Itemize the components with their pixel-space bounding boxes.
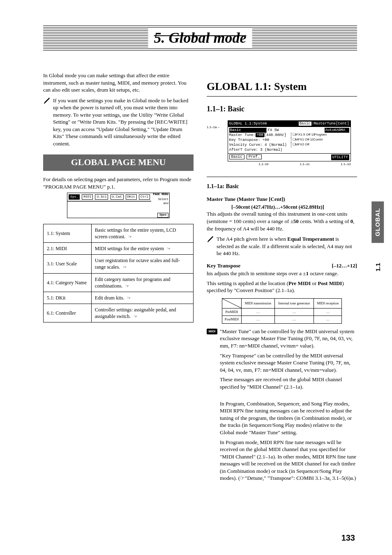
basic-heading: 1.1–1: Basic [207,104,357,114]
master-tune-range: [–50cent (427.47Hz)…+50cent (452.89Hz)] [207,204,357,211]
write-settings-note: If you want the settings you make in Glo… [43,97,194,147]
side-tab-section: 1.1 [374,263,382,272]
chapter-title: 5. Global mode [148,28,252,48]
page-menu-lcd: Sys. MIDI U.Sc1 U.Cat DKit Ctrl PAGE MEN… [67,193,170,218]
table-row: 6.1: ControllerController settings: assi… [44,304,194,322]
table-row: 4.1: Category NameEdit category names fo… [44,273,194,292]
lcd-row-label: 1.1–1a – [207,118,219,131]
a4-note: The A4 pitch given here is when Equal Te… [207,235,357,257]
table-row: 1.1: SystemBasic settings for the entire… [44,224,194,242]
page-index-table: 1.1: SystemBasic settings for the entire… [43,224,194,323]
page-number: 133 [341,532,355,543]
key-transpose-label: Key Transpose [–12…+12] [207,262,357,269]
side-tab-global: GLOBAL [371,201,384,243]
pen-icon [207,235,214,242]
pen-icon [43,97,51,104]
table-row: 2.1: MIDIMIDI settings for the entire sy… [44,242,194,254]
page-menu-intro: For details on selecting pages and param… [43,176,194,190]
chapter-title-block: 5. Global mode [43,16,357,58]
key-transpose-p1: his adjusts the pitch in semitone steps … [207,270,357,277]
system-lcd: GLOBAL 1.1:System Basic:MasterTune[Cent]… [228,120,351,161]
master-tune-label: Master Tune (Master Tune [Cent]) [207,196,357,203]
midi-note-block: MIDI "Master Tune" can be controlled by … [207,328,357,484]
table-row: 3.1: User ScaleUser registration for oct… [44,255,194,273]
master-tune-text: This adjusts the overall tuning of this … [207,210,357,232]
system-heading: GLOBAL 1.1: System [207,79,357,94]
intro-paragraph: In Global mode you can make settings tha… [43,72,194,94]
midi-icon: MIDI [207,329,217,334]
page-menu-heading: GLOBAL PAGE MENU [43,154,194,171]
svg-line-0 [222,299,241,308]
table-row: 5.1: DKitEdit drum kits. ☞ [44,292,194,304]
section-1-1-1a: 1.1–1a: Basic [207,183,357,191]
key-transpose-p2: This setting is applied at the location … [207,280,357,294]
convert-position-table: MIDI transmission Internal tone generato… [222,298,342,324]
